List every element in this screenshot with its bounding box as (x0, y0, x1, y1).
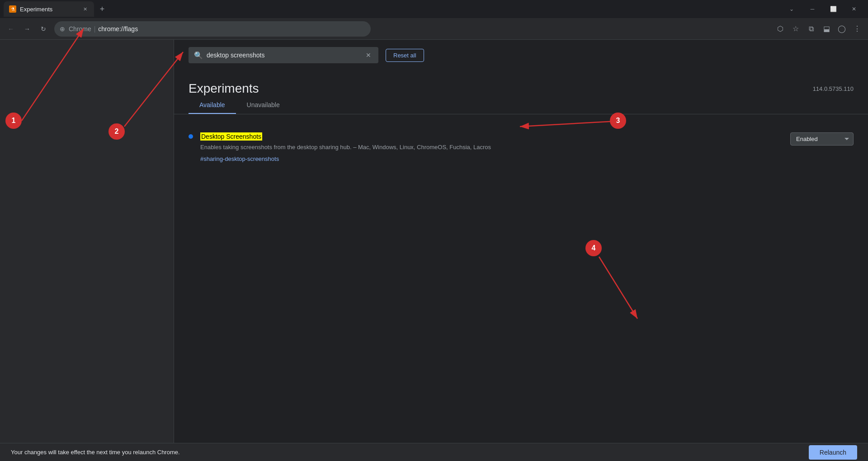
extension-icon-button[interactable]: ⧉ (804, 22, 818, 36)
flag-description: Enables taking screenshots from the desk… (200, 143, 783, 152)
annotation-circle-1: 1 (5, 113, 22, 129)
flag-status-select[interactable]: Default Enabled Disabled (790, 132, 854, 146)
profile-icon-button[interactable]: ◯ (835, 22, 849, 36)
annotation-circle-3: 3 (610, 113, 626, 129)
flags-header: Experiments 114.0.5735.110 (174, 71, 868, 96)
search-area: 🔍 ✕ Reset all (174, 40, 868, 71)
reset-all-button[interactable]: Reset all (386, 49, 424, 62)
tab-bar: Experiments ✕ + ⌄ ─ ⬜ ✕ (0, 0, 868, 18)
address-text: Chrome | chrome://flags (69, 25, 365, 33)
flag-control[interactable]: Default Enabled Disabled (790, 132, 854, 146)
tab-available[interactable]: Available (189, 96, 236, 114)
minimize-button[interactable]: ─ (802, 0, 823, 18)
flag-item: Desktop Screenshots Enables taking scree… (189, 125, 854, 170)
address-divider: | (92, 25, 97, 33)
flags-list: Desktop Screenshots Enables taking scree… (174, 114, 868, 181)
flag-anchor-link[interactable]: #sharing-desktop-screenshots (200, 155, 279, 162)
menu-icon-button[interactable]: ⋮ (850, 22, 864, 36)
search-clear-button[interactable]: ✕ (364, 51, 373, 60)
main-content: 🔍 ✕ Reset all Experiments 114.0.5735.110… (0, 40, 868, 443)
flag-name-highlight: Desktop Screenshots (200, 132, 262, 141)
search-icon: 🔍 (194, 51, 203, 60)
version-label: 114.0.5735.110 (813, 85, 854, 92)
address-bar[interactable]: ⊕ Chrome | chrome://flags (54, 21, 371, 37)
forward-button[interactable]: → (20, 22, 34, 36)
window-controls: ⌄ ─ ⬜ ✕ (781, 0, 864, 18)
close-window-button[interactable]: ✕ (844, 0, 864, 18)
flags-content: 🔍 ✕ Reset all Experiments 114.0.5735.110… (174, 40, 868, 443)
tab-favicon-icon (9, 5, 16, 13)
tab-unavailable[interactable]: Unavailable (236, 96, 291, 114)
sidebar-icon-button[interactable]: ⬓ (819, 22, 834, 36)
share-icon-button[interactable]: ⬡ (773, 22, 788, 36)
new-tab-button[interactable]: + (96, 3, 108, 15)
maximize-button[interactable]: ⬜ (823, 0, 844, 18)
chevron-down-button[interactable]: ⌄ (781, 0, 802, 18)
bookmark-icon-button[interactable]: ☆ (788, 22, 803, 36)
flag-name: Desktop Screenshots (200, 133, 262, 140)
relaunch-notice: Your changes will take effect the next t… (11, 449, 180, 456)
bottom-bar: Your changes will take effect the next t… (0, 443, 868, 461)
tab-close-button[interactable]: ✕ (81, 5, 89, 13)
sidebar-area (0, 40, 174, 443)
chrome-label: Chrome (69, 25, 91, 33)
back-button[interactable]: ← (4, 22, 18, 36)
tab-title: Experiments (20, 6, 78, 13)
address-url: chrome://flags (98, 25, 138, 33)
toolbar-actions: ⬡ ☆ ⧉ ⬓ ◯ ⋮ (773, 22, 864, 36)
relaunch-button[interactable]: Relaunch (809, 445, 857, 460)
reload-button[interactable]: ↻ (36, 22, 51, 36)
tabs-bar: Available Unavailable (174, 96, 868, 114)
search-input[interactable] (207, 52, 360, 59)
toolbar: ← → ↻ ⊕ Chrome | chrome://flags ⬡ ☆ ⧉ ⬓ … (0, 18, 868, 40)
lock-icon: ⊕ (60, 25, 65, 33)
search-box[interactable]: 🔍 ✕ (189, 47, 378, 63)
flag-enabled-dot (189, 134, 193, 139)
annotation-circle-2: 2 (108, 123, 125, 140)
active-tab[interactable]: Experiments ✕ (4, 1, 94, 17)
page-title: Experiments (189, 81, 259, 96)
flag-info: Desktop Screenshots Enables taking scree… (200, 132, 783, 163)
annotation-circle-4: 4 (585, 240, 602, 256)
